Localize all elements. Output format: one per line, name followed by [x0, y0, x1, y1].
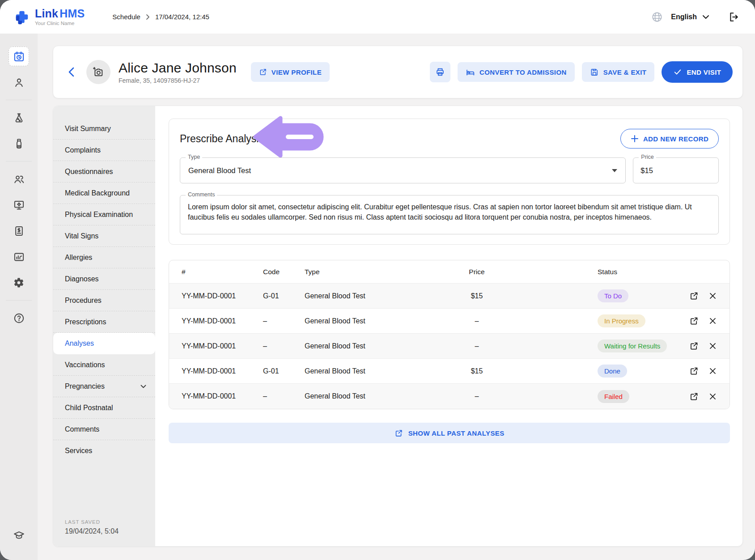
visit-nav-item-label: Diagnoses: [65, 275, 99, 283]
cell-code: –: [263, 392, 305, 400]
visit-nav-item[interactable]: Procedures: [53, 290, 155, 311]
cell-actions: [667, 392, 717, 401]
delete-record-button[interactable]: [708, 317, 717, 325]
analyses-table-header: # Code Type Price Status: [169, 260, 730, 284]
visit-nav-item[interactable]: Pregnancies: [53, 376, 155, 397]
cell-record-id: YY-MM-DD-0001: [182, 367, 263, 375]
delete-record-button[interactable]: [708, 292, 717, 300]
show-all-past-analyses-button[interactable]: SHOW ALL PAST ANALYSES: [169, 423, 730, 443]
rail-help-icon[interactable]: [8, 308, 29, 328]
visit-nav-item[interactable]: Allergies: [53, 247, 155, 268]
visit-nav-item[interactable]: Physical Examination: [53, 204, 155, 225]
check-icon: [673, 68, 682, 76]
view-profile-label: VIEW PROFILE: [271, 68, 322, 76]
visit-section-nav: Visit Summary Complaints: [53, 106, 155, 546]
language-selector[interactable]: English: [671, 13, 709, 21]
analyses-table: # Code Type Price Status YY-MM-DD-0001: [169, 260, 730, 409]
add-new-record-button[interactable]: ADD NEW RECORD: [620, 129, 719, 148]
comments-field-label: Comments: [186, 191, 217, 198]
cell-price: $15: [448, 367, 506, 375]
visit-nav-item[interactable]: Prescriptions: [53, 311, 155, 333]
patient-name: Alice Jane Johnson: [119, 60, 237, 76]
cell-actions: [667, 316, 717, 326]
status-badge: To Do: [598, 289, 628, 302]
price-field-value: $15: [640, 166, 653, 175]
rail-patient-icon[interactable]: [8, 72, 29, 92]
delete-record-button[interactable]: [708, 367, 717, 375]
visit-nav-item[interactable]: Complaints: [53, 140, 155, 161]
topbar-right: English: [651, 11, 740, 23]
type-field-value: General Blood Test: [188, 166, 251, 175]
open-record-button[interactable]: [689, 341, 699, 351]
analysis-type-select[interactable]: Type General Blood Test: [180, 157, 626, 183]
rail-education-cap-icon[interactable]: [8, 526, 29, 545]
cell-type: General Blood Test: [305, 367, 448, 375]
rail-patients-group-icon[interactable]: [8, 169, 29, 189]
visit-nav-item[interactable]: Analyses: [53, 333, 155, 354]
cell-price: –: [448, 392, 506, 400]
view-profile-button[interactable]: VIEW PROFILE: [251, 62, 330, 82]
patient-header-card: Alice Jane Johnson Female, 35, 14097856-…: [53, 46, 743, 98]
visit-nav-item-label: Medical Background: [65, 189, 130, 197]
delete-record-button[interactable]: [708, 342, 717, 350]
cell-actions: [667, 291, 717, 301]
save-and-exit-button[interactable]: SAVE & EXIT: [582, 62, 655, 82]
rail-lab-flask-icon[interactable]: [8, 108, 29, 127]
rail-workstation-gear-icon[interactable]: [8, 195, 29, 215]
open-record-button[interactable]: [689, 316, 699, 326]
bed-icon: [466, 68, 475, 77]
print-icon: [435, 67, 445, 77]
print-button[interactable]: [430, 62, 450, 82]
visit-nav-list: Visit Summary Complaints: [53, 106, 155, 462]
cell-type: General Blood Test: [305, 317, 448, 325]
clinic-tagline: Your Clinic Name: [35, 21, 85, 26]
rail-divider: [6, 100, 32, 100]
visit-nav-item[interactable]: Services: [53, 440, 155, 462]
patient-avatar-add-photo[interactable]: [86, 60, 110, 84]
logo-text: LinkHMS Your Clinic Name: [35, 8, 85, 26]
visit-nav-item-label: Prescriptions: [65, 318, 106, 326]
visit-nav-item[interactable]: Questionnaires: [53, 161, 155, 182]
back-button[interactable]: [65, 65, 78, 79]
cell-code: –: [263, 342, 305, 350]
cell-code: G-01: [263, 367, 305, 375]
delete-record-button[interactable]: [708, 392, 717, 401]
open-record-button[interactable]: [689, 392, 699, 401]
visit-nav-item[interactable]: Vaccinations: [53, 354, 155, 376]
visit-nav-item-label: Complaints: [65, 146, 101, 154]
cell-status: Waiting for Results: [506, 339, 667, 352]
column-header-type: Type: [305, 268, 448, 276]
section-title: Prescribe Analysis: [180, 133, 264, 145]
icon-rail: [0, 34, 38, 560]
visit-nav-item[interactable]: Visit Summary: [53, 118, 155, 140]
visit-nav-item[interactable]: Child Postnatal: [53, 397, 155, 419]
last-saved-label: LAST SAVED: [65, 519, 146, 525]
price-field[interactable]: Price $15: [633, 157, 719, 183]
end-visit-button[interactable]: END VISIT: [662, 61, 733, 83]
visit-nav-item[interactable]: Medical Background: [53, 182, 155, 204]
cell-record-id: YY-MM-DD-0001: [182, 392, 263, 400]
comments-field[interactable]: Comments Lorem ipsum dolor sit amet, con…: [180, 195, 719, 234]
visit-nav-item[interactable]: Vital Signs: [53, 225, 155, 247]
convert-to-admission-button[interactable]: CONVERT TO ADMISSION: [458, 62, 575, 82]
logout-button[interactable]: [728, 11, 740, 23]
rail-settings-gear-icon[interactable]: [8, 273, 29, 293]
visit-nav-item-label: Analyses: [65, 339, 94, 348]
visit-nav-item[interactable]: Diagnoses: [53, 268, 155, 290]
rail-schedule-calendar-icon[interactable]: [8, 47, 29, 66]
open-record-button[interactable]: [689, 366, 699, 376]
last-saved-value: 19/04/2024, 5:04: [65, 527, 146, 535]
rail-billing-invoice-icon[interactable]: [8, 221, 29, 241]
patient-actions: CONVERT TO ADMISSION SAVE & EXIT: [430, 61, 733, 83]
brand-name-primary: Link: [35, 7, 58, 20]
language-label: English: [671, 13, 697, 21]
open-record-button[interactable]: [689, 291, 699, 301]
visit-nav-item-label: Vital Signs: [65, 232, 98, 240]
rail-dashboard-chart-icon[interactable]: [8, 247, 29, 267]
external-link-icon: [394, 429, 403, 437]
analyses-panel: Prescribe Analysis ADD NEW RECORD Type: [155, 106, 742, 546]
prescribe-analysis-section: Prescribe Analysis ADD NEW RECORD Type: [169, 119, 730, 245]
breadcrumb-schedule[interactable]: Schedule: [112, 13, 140, 21]
visit-nav-item[interactable]: Comments: [53, 419, 155, 440]
rail-medicine-bottle-icon[interactable]: [8, 134, 29, 153]
